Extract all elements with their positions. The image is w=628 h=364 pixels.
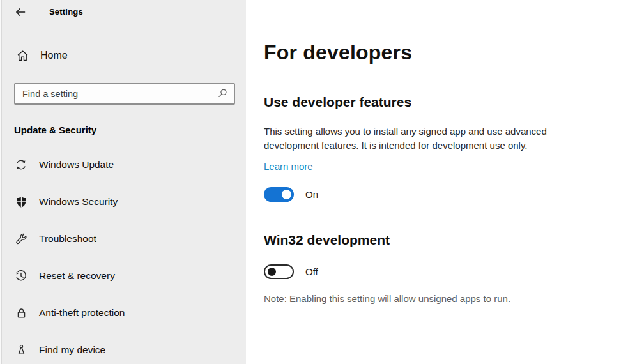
- page-title: For developers: [264, 41, 602, 64]
- sidebar: Settings Home Update & Security: [0, 0, 246, 364]
- sidebar-item-windows-update[interactable]: Windows Update: [14, 146, 246, 183]
- section-heading: Win32 development: [264, 232, 602, 248]
- sidebar-item-find-my-device[interactable]: Find my device: [14, 331, 246, 364]
- sidebar-item-home-label: Home: [40, 50, 68, 61]
- sidebar-item-label: Reset & recovery: [39, 270, 115, 282]
- sidebar-item-windows-security[interactable]: Windows Security: [14, 183, 246, 220]
- developer-features-toggle-row: On: [264, 187, 602, 202]
- back-button[interactable]: [14, 6, 32, 19]
- history-icon: [14, 269, 28, 283]
- search-input[interactable]: [14, 83, 235, 105]
- sidebar-item-reset-recovery[interactable]: Reset & recovery: [14, 257, 246, 294]
- toggle-state-label: On: [305, 189, 318, 200]
- app-title: Settings: [49, 7, 83, 17]
- sync-icon: [14, 158, 28, 172]
- search-box: [14, 83, 235, 105]
- section-use-developer-features: Use developer features This setting allo…: [264, 95, 602, 202]
- sidebar-item-label: Troubleshoot: [39, 233, 96, 245]
- sidebar-item-troubleshoot[interactable]: Troubleshoot: [14, 220, 246, 257]
- sidebar-group-label: Update & Security: [14, 125, 246, 135]
- settings-window: Settings Home Update & Security: [0, 0, 628, 364]
- sidebar-item-anti-theft[interactable]: Anti-theft protection: [14, 294, 246, 331]
- titlebar: Settings: [14, 0, 246, 18]
- win32-development-toggle[interactable]: [264, 264, 294, 279]
- location-pin-icon: [14, 343, 28, 357]
- toggle-state-label: Off: [305, 266, 318, 277]
- learn-more-link[interactable]: Learn more: [264, 161, 313, 172]
- sidebar-item-home[interactable]: Home: [14, 46, 246, 65]
- main-panel: For developers Use developer features Th…: [246, 0, 628, 364]
- toggle-knob: [268, 268, 276, 276]
- section-description: This setting allows you to install any s…: [264, 125, 586, 153]
- section-win32-development: Win32 development Off Note: Enabling thi…: [264, 232, 602, 304]
- home-icon: [15, 49, 29, 63]
- sidebar-item-label: Windows Update: [39, 159, 114, 171]
- lock-icon: [14, 306, 28, 320]
- win32-development-toggle-row: Off: [264, 264, 602, 279]
- sidebar-item-label: Windows Security: [39, 196, 118, 208]
- wrench-icon: [14, 232, 28, 246]
- sidebar-nav: Windows Update Windows Security Tro: [14, 146, 246, 364]
- sidebar-item-label: Anti-theft protection: [39, 307, 125, 319]
- sidebar-item-label: Find my device: [39, 344, 105, 356]
- toggle-knob: [282, 190, 291, 199]
- section-heading: Use developer features: [264, 95, 602, 110]
- developer-features-toggle[interactable]: [264, 187, 294, 202]
- shield-icon: [14, 195, 28, 209]
- back-arrow-icon: [14, 6, 27, 19]
- section-note: Note: Enabling this setting will allow u…: [264, 293, 602, 304]
